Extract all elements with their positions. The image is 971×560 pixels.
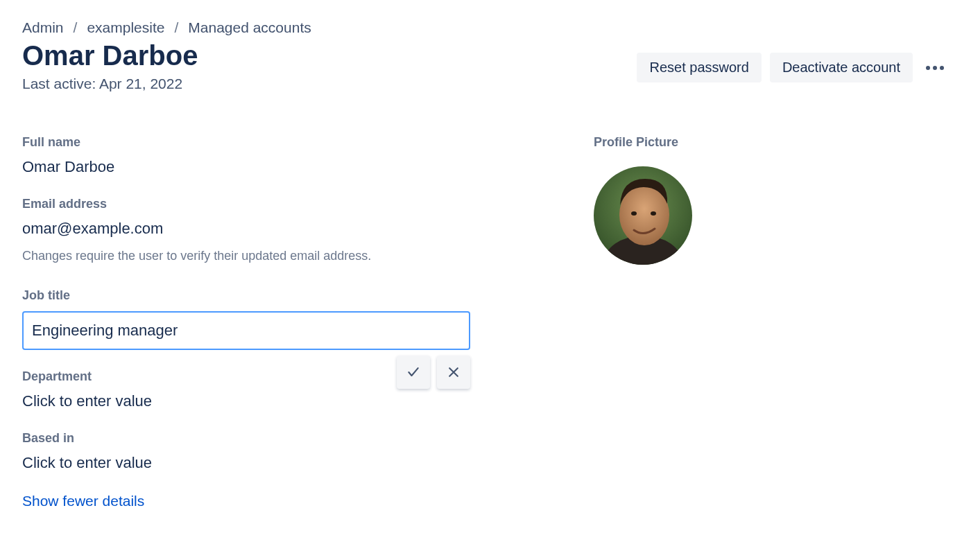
breadcrumb-admin[interactable]: Admin: [22, 19, 64, 36]
breadcrumb-separator: /: [174, 19, 178, 36]
department-label: Department: [22, 369, 591, 384]
full-name-label: Full name: [22, 135, 591, 150]
job-title-label: Job title: [22, 288, 591, 303]
svg-point-0: [926, 66, 930, 70]
cancel-button[interactable]: [437, 356, 470, 389]
breadcrumb-managed-accounts[interactable]: Managed accounts: [188, 19, 311, 36]
full-name-value[interactable]: Omar Darboe: [22, 158, 591, 176]
check-icon: [406, 365, 420, 379]
svg-point-7: [651, 211, 656, 216]
email-label: Email address: [22, 197, 591, 211]
deactivate-account-button[interactable]: Deactivate account: [770, 53, 913, 82]
email-value[interactable]: omar@example.com: [22, 220, 591, 238]
more-horizontal-icon: [925, 65, 945, 71]
breadcrumb-site[interactable]: examplesite: [87, 19, 164, 36]
breadcrumb: Admin / examplesite / Managed accounts: [22, 19, 949, 36]
show-fewer-details-link[interactable]: Show fewer details: [22, 493, 591, 509]
breadcrumb-separator: /: [74, 19, 78, 36]
last-active: Last active: Apr 21, 2022: [22, 76, 198, 92]
email-helper: Changes require the user to verify their…: [22, 249, 591, 263]
close-icon: [447, 365, 461, 379]
avatar[interactable]: [594, 166, 692, 265]
profile-picture-label: Profile Picture: [594, 135, 949, 150]
reset-password-button[interactable]: Reset password: [637, 53, 761, 82]
more-actions-button[interactable]: [921, 54, 949, 82]
avatar-image: [594, 166, 692, 265]
department-value[interactable]: Click to enter value: [22, 392, 591, 410]
based-in-label: Based in: [22, 431, 591, 446]
based-in-value[interactable]: Click to enter value: [22, 454, 591, 472]
svg-point-6: [631, 211, 637, 216]
svg-point-1: [933, 66, 937, 70]
svg-point-2: [940, 66, 944, 70]
confirm-button[interactable]: [397, 356, 430, 389]
page-title: Omar Darboe: [22, 40, 198, 71]
job-title-input[interactable]: [22, 311, 470, 350]
